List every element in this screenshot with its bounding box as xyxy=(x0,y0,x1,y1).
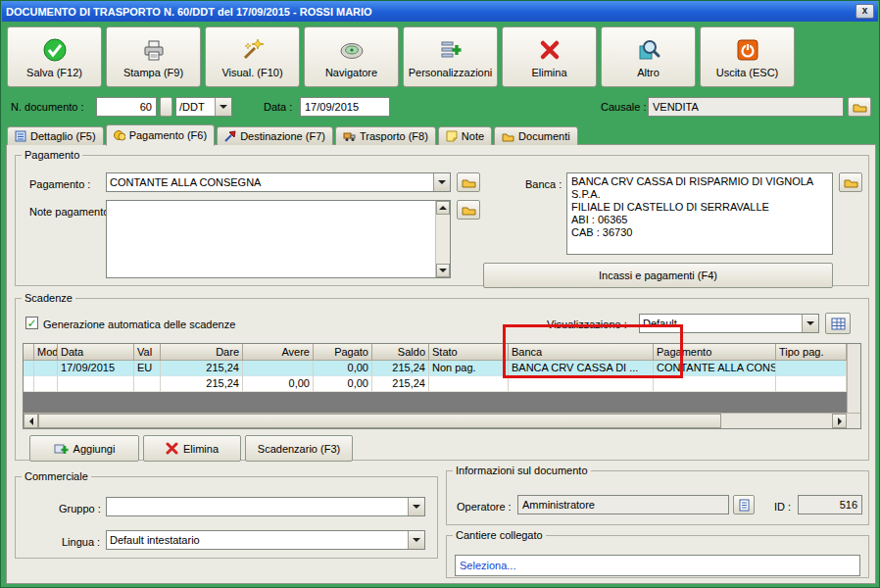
pagamento-combo[interactable]: CONTANTE ALLA CONSEGNA xyxy=(106,172,451,192)
tab-documenti[interactable]: Documenti xyxy=(494,126,578,145)
pagamento-legend: Pagamento xyxy=(22,149,82,161)
numero-input[interactable]: 60 xyxy=(96,97,157,117)
column-header[interactable]: Val xyxy=(134,344,161,361)
scadenzario-button[interactable]: Scadenzario (F3) xyxy=(245,435,353,462)
folder-icon xyxy=(853,102,867,113)
scroll-left-icon[interactable] xyxy=(24,414,38,428)
info-documento-legend: Informazioni sul documento xyxy=(453,465,591,476)
tab-pagamento[interactable]: Pagamento (F6) xyxy=(106,124,215,146)
operatore-lookup-button[interactable] xyxy=(733,495,755,514)
lingua-combo[interactable]: Default intestatario xyxy=(106,530,425,550)
incassi-pagamenti-button[interactable]: Incassi e pagamenti (F4) xyxy=(483,263,833,288)
chevron-down-icon[interactable] xyxy=(408,498,424,515)
causale-lookup-button[interactable] xyxy=(848,97,871,117)
aggiungi-button[interactable]: Aggiungi xyxy=(29,435,139,462)
save-check-icon xyxy=(41,36,69,64)
column-header[interactable]: Data xyxy=(58,344,134,361)
note-scrollbar[interactable] xyxy=(435,201,450,277)
document-icon xyxy=(739,499,750,512)
banca-lookup-button[interactable] xyxy=(839,172,862,192)
scroll-down-icon[interactable] xyxy=(436,264,450,277)
magic-wand-icon xyxy=(239,36,267,64)
document-header-row: N. documento : 60 /DDT Data : 17/09/2015… xyxy=(1,97,880,121)
auto-scadenze-label: Generazione automatica delle scadenze xyxy=(43,315,235,334)
visualizzazione-grid-button[interactable] xyxy=(825,313,851,334)
chevron-down-icon[interactable] xyxy=(408,531,424,549)
save-button[interactable]: Salva (F12) xyxy=(7,26,102,87)
tab-dettaglio[interactable]: Dettaglio (F5) xyxy=(7,126,104,145)
column-header[interactable]: Tipo pag. xyxy=(776,344,847,361)
column-header[interactable]: Saldo xyxy=(372,344,429,361)
customize-button[interactable]: Personalizzazioni xyxy=(403,26,498,87)
chevron-down-icon[interactable] xyxy=(433,173,450,191)
auto-scadenze-checkbox[interactable]: ✓ xyxy=(25,317,38,329)
scroll-up-icon[interactable] xyxy=(436,201,450,215)
seleziona-link[interactable]: Seleziona... xyxy=(460,560,515,571)
numero-spin-button[interactable] xyxy=(160,97,172,117)
elimina-scadenza-button[interactable]: Elimina xyxy=(143,435,241,462)
scadenze-group: Scadenze ✓ Generazione automatica delle … xyxy=(15,292,869,461)
delete-x-icon xyxy=(166,442,178,455)
scroll-right-icon[interactable] xyxy=(832,414,847,428)
delete-x-icon xyxy=(536,36,563,64)
causale-input[interactable]: VENDITA xyxy=(648,97,844,117)
cantiere-select-field[interactable]: Seleziona... xyxy=(455,555,860,576)
customize-icon xyxy=(437,36,464,64)
commerciale-legend: Commerciale xyxy=(22,470,91,482)
tab-trasporto[interactable]: Trasporto (F8) xyxy=(335,126,436,145)
navigator-button[interactable]: Navigatore xyxy=(304,26,399,87)
commerciale-group: Commerciale Gruppo : Lingua : Default in… xyxy=(15,470,438,559)
printer-icon xyxy=(140,36,168,64)
other-button[interactable]: Altro xyxy=(601,26,696,87)
table-row-selected[interactable]: 17/09/2015 EU 215,24 0,00 215,24 Non pag… xyxy=(24,361,860,376)
note-pagamento-label: Note pagamento : xyxy=(29,202,115,221)
causale-label: Causale : xyxy=(601,97,646,117)
data-label: Data : xyxy=(264,97,292,117)
column-header[interactable] xyxy=(24,344,34,361)
note-pagamento-textarea[interactable] xyxy=(106,200,451,278)
folder-icon xyxy=(462,205,476,216)
cantiere-legend: Cantiere collegato xyxy=(453,529,546,541)
column-header[interactable]: Avere xyxy=(243,344,314,361)
preview-button[interactable]: Visual. (F10) xyxy=(205,26,300,87)
title-bar: DOCUMENTO DI TRASPORTO N. 60/DDT del 17/… xyxy=(2,1,878,22)
tab-note[interactable]: Note xyxy=(438,126,492,145)
folder-icon xyxy=(462,177,476,188)
close-button[interactable]: x xyxy=(856,4,874,19)
tipo-documento-combo[interactable]: /DDT xyxy=(175,97,232,117)
column-header[interactable]: Stato xyxy=(429,344,509,361)
delete-button[interactable]: Elimina xyxy=(502,26,597,87)
gruppo-combo[interactable] xyxy=(106,497,425,516)
pagamento-group: Pagamento Pagamento : CONTANTE ALLA CONS… xyxy=(15,149,869,286)
scadenze-table: Mod Data Val Dare Avere Pagato Saldo Sta… xyxy=(23,343,861,429)
tab-documenti-icon xyxy=(502,131,514,142)
scrollbar-thumb[interactable] xyxy=(38,414,721,428)
tab-destinazione[interactable]: Destinazione (F7) xyxy=(217,126,333,145)
banca-textarea[interactable]: BANCA CRV CASSA DI RISPARMIO DI VIGNOLA … xyxy=(566,172,833,255)
note-pagamento-lookup-button[interactable] xyxy=(457,200,480,220)
tab-destinazione-icon xyxy=(224,130,236,142)
column-header[interactable]: Mod xyxy=(34,344,58,361)
annotation-highlight xyxy=(503,324,683,378)
magnifier-icon xyxy=(635,36,662,64)
navigator-icon xyxy=(338,36,366,64)
table-header-row: Mod Data Val Dare Avere Pagato Saldo Sta… xyxy=(24,344,860,361)
column-header[interactable]: Dare xyxy=(161,344,243,361)
chevron-down-icon[interactable] xyxy=(215,98,231,116)
tab-note-icon xyxy=(446,130,458,142)
print-button[interactable]: Stampa (F9) xyxy=(106,26,201,87)
operatore-input[interactable]: Amministratore xyxy=(517,495,729,514)
table-horizontal-scrollbar[interactable] xyxy=(24,413,860,428)
pagamento-lookup-button[interactable] xyxy=(457,172,480,192)
chevron-down-icon[interactable] xyxy=(802,315,818,332)
exit-button[interactable]: Uscita (ESC) xyxy=(700,26,795,87)
window-title: DOCUMENTO DI TRASPORTO N. 60/DDT del 17/… xyxy=(6,6,856,18)
table-row-totals[interactable]: 215,24 0,00 0,00 215,24 xyxy=(24,376,860,392)
banca-label: Banca : xyxy=(525,174,562,194)
power-icon xyxy=(734,36,761,64)
cantiere-group: Cantiere collegato Seleziona... xyxy=(446,529,869,578)
data-input[interactable]: 17/09/2015 xyxy=(300,97,390,117)
main-panel: Pagamento Pagamento : CONTANTE ALLA CONS… xyxy=(6,144,876,584)
table-vertical-scrollbar[interactable] xyxy=(847,344,860,413)
column-header[interactable]: Pagato xyxy=(314,344,372,361)
